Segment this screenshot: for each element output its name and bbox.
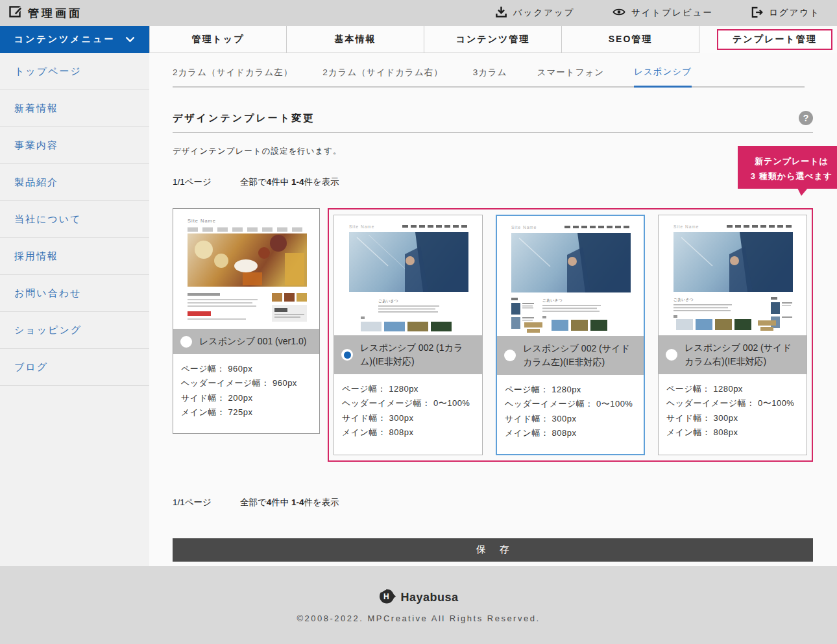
- backup-button[interactable]: バックアップ: [495, 6, 575, 20]
- template-name: レスポンシブ 002 (1カラム)(IE非対応): [360, 341, 475, 368]
- save-button[interactable]: 保存: [173, 538, 813, 562]
- pagination-bottom: 1/1ページ 全部で4件中 1-4件を表示: [173, 497, 813, 508]
- subtab-smartphone[interactable]: スマートフォン: [537, 67, 604, 86]
- tab-seo[interactable]: SEO管理: [562, 26, 699, 53]
- new-template-badge: 新テンプレートは 3 種類から選べます: [738, 146, 837, 189]
- spec-header-width: ヘッダーイメージ幅： 0〜100%: [342, 398, 474, 409]
- svg-text:ごあいさつ: ごあいさつ: [542, 298, 563, 303]
- chevron-down-icon: [125, 34, 135, 45]
- contents-menu-button[interactable]: コンテンツメニュー: [0, 26, 149, 53]
- template-thumbnail: Site Name: [497, 216, 644, 336]
- page-description: デザインテンプレートの設定を行います。: [173, 146, 813, 157]
- sidebar-item-shopping[interactable]: ショッピング: [0, 312, 149, 349]
- subtab-responsive[interactable]: レスポンシブ: [634, 66, 692, 88]
- subtab-3col[interactable]: 3カラム: [473, 67, 507, 86]
- subtab-2col-right[interactable]: 2カラム（サイドカラム右）: [322, 67, 443, 86]
- tab-admin-top[interactable]: 管理トップ: [149, 26, 287, 53]
- template-radio[interactable]: [341, 349, 353, 361]
- tab-label: テンプレート管理: [733, 34, 817, 45]
- template-name: レスポンシブ 002 (サイドカラム左)(IE非対応): [523, 342, 637, 369]
- app-title: 管理画面: [9, 5, 82, 21]
- layout-subtabs: 2カラム（サイドカラム左） 2カラム（サイドカラム右） 3カラム スマートフォン…: [173, 64, 805, 88]
- svg-text:Site Name: Site Name: [511, 225, 537, 230]
- title-row: デザインテンプレート変更 ?: [173, 111, 813, 125]
- new-templates-group: Site Name: [328, 208, 813, 462]
- sidebar-item-products[interactable]: 製品紹介: [0, 164, 149, 201]
- spec-header-width: ヘッダーイメージ幅： 960px: [181, 377, 311, 389]
- tab-label: コンテンツ管理: [456, 34, 530, 45]
- template-specs: ページ幅： 1280px ヘッダーイメージ幅： 0〜100% サイド幅： 300…: [334, 374, 482, 453]
- template-card-responsive-002-side-right[interactable]: Site Name ごあい: [658, 215, 807, 455]
- sidebar-item-top-page[interactable]: トップページ: [0, 53, 149, 90]
- svg-text:ごあいさつ: ごあいさつ: [673, 298, 694, 302]
- template-radio[interactable]: [666, 349, 677, 361]
- svg-text:Site Name: Site Name: [188, 218, 216, 224]
- template-thumbnail: Site Name ごあい: [659, 215, 807, 335]
- logout-button[interactable]: ログアウト: [751, 6, 820, 20]
- admin-page: 管理画面 バックアップ サイトプレビュー ログアウト: [0, 0, 837, 644]
- tab-label: 管理トップ: [192, 34, 245, 45]
- template-card-responsive-002-side-left[interactable]: Site Name: [496, 215, 645, 455]
- page-indicator: 1/1ページ: [173, 497, 212, 508]
- sidebar-item-business[interactable]: 事業内容: [0, 127, 149, 164]
- pagination-top: 1/1ページ 全部で4件中 1-4件を表示: [173, 176, 813, 188]
- template-specs: ページ幅： 960px ヘッダーイメージ幅： 960px サイド幅： 200px…: [173, 354, 319, 433]
- badge-line2: 3 種類から選べます: [738, 169, 837, 184]
- subtab-2col-left[interactable]: 2カラム（サイドカラム左）: [173, 67, 293, 86]
- template-thumbnail: Site Name: [173, 209, 319, 329]
- sidebar: トップページ 新着情報 事業内容 製品紹介 当社について 採用情報 お問い合わせ…: [0, 53, 149, 566]
- svg-text:H: H: [383, 592, 389, 601]
- brand: H Hayabusa: [378, 588, 458, 608]
- top-actions: バックアップ サイトプレビュー ログアウト: [495, 6, 820, 20]
- spec-main-width: メイン幅： 808px: [342, 427, 474, 438]
- spec-side-width: サイド幅： 300px: [666, 412, 799, 424]
- backup-label: バックアップ: [513, 7, 575, 19]
- main-nav: コンテンツメニュー 管理トップ 基本情報 コンテンツ管理 SEO管理 テンプレー…: [0, 26, 837, 53]
- sidebar-item-blog[interactable]: ブログ: [0, 349, 149, 386]
- template-card-responsive-001[interactable]: Site Name: [173, 208, 320, 434]
- template-label-bar[interactable]: レスポンシブ 001 (ver1.0): [173, 329, 319, 354]
- tab-contents[interactable]: コンテンツ管理: [424, 26, 562, 53]
- brand-name: Hayabusa: [400, 591, 458, 604]
- contents-menu-label: コンテンツメニュー: [14, 34, 115, 45]
- sidebar-item-recruit[interactable]: 採用情報: [0, 238, 149, 275]
- template-radio[interactable]: [180, 336, 192, 348]
- site-preview-button[interactable]: サイトプレビュー: [613, 7, 713, 19]
- logout-label: ログアウト: [769, 7, 820, 19]
- svg-text:ごあいさつ: ごあいさつ: [378, 299, 398, 304]
- spec-side-width: サイド幅： 300px: [342, 412, 474, 424]
- spec-header-width: ヘッダーイメージ幅： 0〜100%: [666, 398, 799, 409]
- tab-basic-info[interactable]: 基本情報: [287, 26, 424, 53]
- page-title: デザインテンプレート変更: [173, 112, 315, 125]
- template-thumbnail: Site Name: [334, 215, 482, 335]
- nav-tabs: 管理トップ 基本情報 コンテンツ管理 SEO管理: [149, 26, 699, 53]
- sidebar-item-contact[interactable]: お問い合わせ: [0, 275, 149, 312]
- site-preview-label: サイトプレビュー: [631, 7, 713, 19]
- template-name: レスポンシブ 002 (サイドカラム右)(IE非対応): [685, 341, 799, 368]
- spec-side-width: サイド幅： 200px: [181, 392, 311, 404]
- sidebar-item-about[interactable]: 当社について: [0, 201, 149, 238]
- template-card-responsive-002-1col[interactable]: Site Name: [334, 215, 483, 455]
- eye-icon: [613, 7, 625, 19]
- spec-main-width: メイン幅： 808px: [505, 427, 636, 439]
- template-cards: Site Name: [173, 208, 813, 462]
- sidebar-item-news[interactable]: 新着情報: [0, 90, 149, 127]
- template-label-bar[interactable]: レスポンシブ 002 (サイドカラム左)(IE非対応): [497, 336, 644, 375]
- template-label-bar[interactable]: レスポンシブ 002 (サイドカラム右)(IE非対応): [659, 335, 807, 374]
- spec-main-width: メイン幅： 808px: [666, 427, 799, 438]
- badge-line1: 新テンプレートは: [738, 154, 837, 169]
- spec-page-width: ページ幅： 1280px: [342, 383, 474, 395]
- spec-side-width: サイド幅： 300px: [505, 413, 636, 425]
- template-radio[interactable]: [504, 350, 516, 361]
- main-content: 2カラム（サイドカラム左） 2カラム（サイドカラム右） 3カラム スマートフォン…: [149, 53, 837, 566]
- help-icon[interactable]: ?: [799, 111, 813, 125]
- tab-template[interactable]: テンプレート管理: [717, 29, 832, 50]
- spec-page-width: ページ幅： 1280px: [666, 383, 799, 395]
- result-summary: 全部で4件中 1-4件を表示: [240, 497, 339, 508]
- template-label-bar[interactable]: レスポンシブ 002 (1カラム)(IE非対応): [334, 335, 482, 374]
- page-indicator: 1/1ページ: [173, 176, 212, 188]
- template-name: レスポンシブ 001 (ver1.0): [199, 335, 306, 348]
- tab-label: 基本情報: [335, 34, 376, 45]
- copyright: ©2008-2022. MPCreative All Rights Reserv…: [297, 614, 540, 623]
- top-bar: 管理画面 バックアップ サイトプレビュー ログアウト: [0, 0, 837, 26]
